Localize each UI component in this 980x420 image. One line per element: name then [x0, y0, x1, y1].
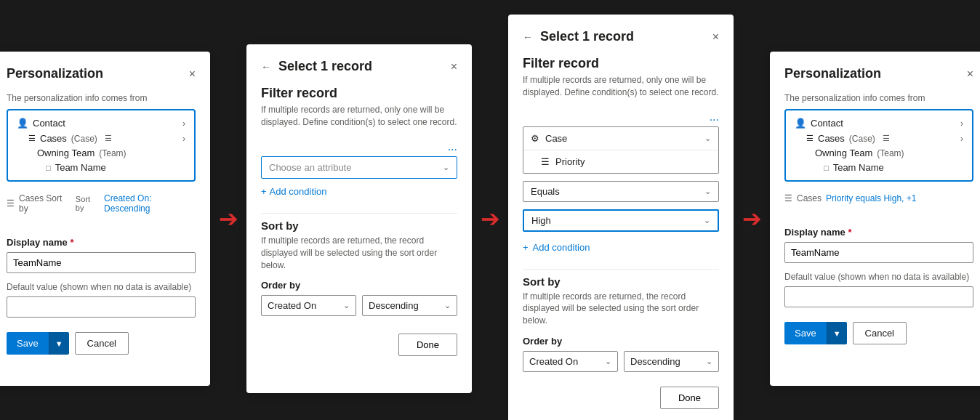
panel2-attr-select[interactable]: Choose an attribute ⌄: [261, 156, 457, 179]
panel2-sort-desc: If multiple records are returned, the re…: [261, 235, 457, 271]
panel4-display-name-label: Display name *: [784, 227, 973, 238]
panel2-filter-desc: If multiple records are returned, only o…: [261, 104, 457, 129]
panel1-info-box: 👤 Contact › ☰ Cases (Case) ☰ › Owning Te…: [7, 109, 196, 182]
panel1-close-button[interactable]: ×: [189, 68, 196, 80]
panel4-close-button[interactable]: ×: [967, 68, 973, 80]
panel2-order-field-value: Created On: [268, 300, 316, 311]
panel1-info-label: The personalization info comes from: [7, 93, 196, 103]
select-record-panel-before: ← Select 1 record × Filter record If mul…: [246, 44, 472, 393]
equals-chevron: ⌄: [704, 187, 711, 196]
cases-tag: (Case): [71, 134, 97, 144]
panel3-equals-select[interactable]: Equals ⌄: [523, 181, 719, 202]
panel1-save-caret[interactable]: ▼: [49, 332, 69, 355]
arrow3: ➔: [734, 205, 770, 233]
cases-filter-icon: ☰: [105, 134, 112, 143]
panel4-owning-team-row: Owning Team (Team): [795, 148, 963, 158]
chevron4-right-icon: ›: [960, 118, 963, 129]
panel2-title: Select 1 record: [278, 59, 372, 74]
panel1-save-button[interactable]: Save: [7, 332, 49, 355]
arrow1-icon: ➔: [219, 205, 238, 233]
owning-team4-label: Owning Team: [815, 148, 872, 158]
high-chevron: ⌄: [704, 216, 710, 225]
add-cond3-icon: +: [523, 242, 529, 253]
arrow2: ➔: [472, 205, 508, 233]
panel1-default-value-input[interactable]: [7, 296, 196, 318]
panel3-high-select[interactable]: High ⌄: [523, 209, 719, 232]
filter-icon: ☰: [7, 198, 15, 209]
contact4-label: Contact: [811, 118, 843, 129]
case-chevron[interactable]: ⌄: [704, 134, 711, 143]
panel3-done-row: Done: [523, 387, 719, 409]
panel4-contact-row: 👤 Contact ›: [795, 118, 963, 129]
panel3-order-field[interactable]: Created On ⌄: [523, 351, 618, 372]
panel4-save-button[interactable]: Save: [784, 322, 827, 344]
panel1-display-name-input[interactable]: [7, 252, 196, 273]
panel4-info-label: The personalization info comes from: [784, 93, 973, 103]
required4-star: *: [848, 227, 851, 238]
owning-team-tag: (Team): [99, 148, 126, 158]
panel4-save-group: Save ▼: [784, 322, 847, 344]
panel1-title: Personalization: [7, 66, 103, 81]
team-name-icon: □: [46, 163, 51, 172]
panel2-back-button[interactable]: ←: [261, 61, 271, 73]
panel1-default-value-label: Default value (shown when no data is ava…: [7, 282, 196, 292]
person4-icon: 👤: [795, 118, 806, 129]
panel2-sort-label: Sort by: [261, 219, 457, 232]
filter-link[interactable]: Created On: Descending: [104, 193, 196, 214]
filter4-icon: ☰: [784, 193, 792, 203]
cases4-filter-icon: ☰: [883, 134, 890, 143]
cases4-chevron-icon: ›: [960, 134, 963, 144]
panel4-default-value-input[interactable]: [784, 286, 973, 307]
panel3-order-field-chevron: ⌄: [605, 357, 611, 366]
panel4-header: Personalization ×: [784, 66, 973, 81]
panel3-case-row: ⚙ Case ⌄: [523, 127, 718, 150]
panel3-header: ← Select 1 record ×: [523, 29, 719, 44]
personalization-panel-after: Personalization × The personalization in…: [770, 52, 980, 386]
panel3-sort-label: Sort by: [523, 275, 719, 288]
panel3-back-button[interactable]: ←: [523, 31, 533, 43]
panel4-cancel-button[interactable]: Cancel: [853, 322, 907, 344]
panel1-contact-row: 👤 Contact ›: [17, 118, 185, 129]
panel4-info-box: 👤 Contact › ☰ Cases (Case) ☰ › Owning Te…: [784, 109, 973, 182]
panel3-title: Select 1 record: [540, 29, 634, 44]
team-name-label: Team Name: [55, 162, 106, 173]
panel3-order-dir-value: Descending: [630, 356, 680, 367]
panel2-header: ← Select 1 record ×: [261, 59, 457, 74]
panel3-more-options[interactable]: ...: [523, 110, 719, 124]
panel2-order-field[interactable]: Created On ⌄: [261, 295, 356, 316]
panel2-close-button[interactable]: ×: [451, 61, 457, 73]
panel2-order-direction[interactable]: Descending ⌄: [362, 295, 457, 316]
panel2-add-condition[interactable]: + Add condition: [261, 186, 457, 197]
equals-value: Equals: [531, 186, 560, 197]
panel3-close-button[interactable]: ×: [712, 31, 719, 43]
panel2-order-label: Order by: [261, 280, 457, 291]
panel3-filter-desc: If multiple records are returned, only o…: [523, 74, 719, 99]
panel2-order-row: Created On ⌄ Descending ⌄: [261, 295, 457, 316]
panel2-attr-placeholder: Choose an attribute: [269, 162, 351, 173]
filter4-link[interactable]: Priority equals High, +1: [826, 193, 916, 203]
panel2-more-options[interactable]: ...: [261, 140, 457, 153]
panel4-save-caret[interactable]: ▼: [827, 322, 847, 344]
personalization-panel-before: Personalization × The personalization in…: [0, 52, 210, 386]
panel3-order-label: Order by: [523, 336, 719, 347]
arrow3-icon: ➔: [742, 205, 762, 233]
panel2-done-row: Done: [261, 334, 457, 356]
panel2-done-button[interactable]: Done: [398, 334, 457, 356]
panel1-filter-bar: ☰ Cases Sort by Sort by Created On: Desc…: [7, 190, 196, 217]
panel3-add-condition[interactable]: + Add condition: [523, 242, 719, 253]
panel4-display-name-input[interactable]: [784, 242, 973, 263]
arrow2-icon: ➔: [481, 205, 500, 233]
select-record-panel-after: ← Select 1 record × Filter record If mul…: [508, 15, 734, 420]
add-condition-label: Add condition: [270, 186, 327, 197]
owning-team-label: Owning Team: [37, 148, 95, 158]
panel3-done-button[interactable]: Done: [660, 387, 719, 409]
panel3-order-direction[interactable]: Descending ⌄: [624, 351, 719, 372]
gear-icon: ⚙: [531, 133, 539, 144]
panel4-btn-row: Save ▼ Cancel: [784, 322, 973, 344]
panel1-cancel-button[interactable]: Cancel: [75, 332, 129, 355]
owning-team4-tag: (Team): [877, 148, 904, 158]
panel2-filter-title: Filter record: [261, 86, 457, 101]
cases4-tag: (Case): [849, 134, 875, 144]
person-icon: 👤: [17, 118, 28, 129]
panel1-btn-row: Save ▼ Cancel: [7, 332, 196, 355]
